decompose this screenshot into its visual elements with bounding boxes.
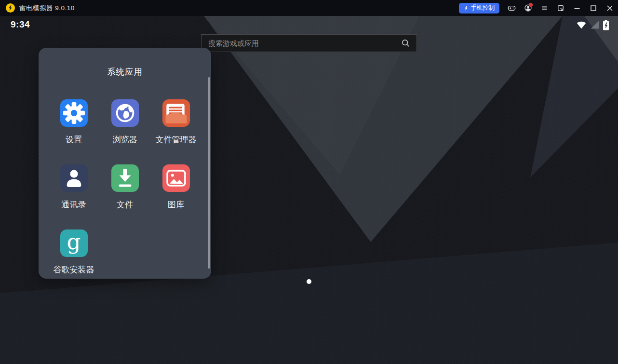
- status-icons: [576, 19, 609, 31]
- person-icon: [60, 164, 88, 192]
- app-label: 浏览器: [113, 134, 137, 145]
- app-label: 设置: [66, 134, 82, 145]
- search-icon[interactable]: [401, 39, 410, 48]
- app-item-gallery[interactable]: 图库: [150, 164, 202, 229]
- app-label: 图库: [168, 199, 184, 210]
- page-indicator-dot: [307, 279, 311, 284]
- notification-dot: [529, 3, 533, 7]
- gear-icon: [60, 99, 88, 127]
- android-screen: 9:34 系统应用: [0, 16, 618, 364]
- download-icon: [111, 164, 139, 192]
- ldplayer-logo-icon: [6, 3, 15, 13]
- app-label: 文件管理器: [156, 134, 197, 145]
- folder-scrollbar[interactable]: [208, 77, 210, 269]
- wifi-icon: [576, 19, 587, 31]
- menu-icon[interactable]: [536, 0, 552, 16]
- globe-icon: [111, 99, 139, 127]
- image-icon: [162, 164, 190, 192]
- maximize-button[interactable]: [585, 0, 602, 16]
- close-button[interactable]: [602, 0, 618, 16]
- system-apps-folder: 系统应用 设置 浏览器 文件管理器 通讯录 文件 图库g谷歌安装器: [39, 48, 211, 279]
- search-input[interactable]: [202, 39, 401, 47]
- window-title: 雷电模拟器 9.0.10: [19, 4, 75, 13]
- app-item-files[interactable]: 文件: [99, 164, 150, 229]
- minimize-button[interactable]: [569, 0, 585, 16]
- app-item-settings[interactable]: 设置: [48, 99, 99, 164]
- emulator-window: 雷电模拟器 9.0.10 手机控制: [0, 0, 618, 364]
- folder-title: 系统应用: [39, 66, 211, 78]
- phone-control-button[interactable]: 手机控制: [459, 3, 499, 13]
- app-label: 谷歌安装器: [54, 264, 94, 275]
- app-item-file-manager[interactable]: 文件管理器: [150, 99, 202, 164]
- app-item-google-installer[interactable]: g谷歌安装器: [48, 229, 99, 295]
- status-time: 9:34: [11, 19, 30, 30]
- app-label: 文件: [117, 199, 133, 210]
- g-letter-icon: g: [60, 229, 88, 257]
- search-bar: [201, 34, 417, 52]
- lightning-icon: [464, 5, 469, 11]
- app-item-contacts[interactable]: 通讯录: [48, 164, 99, 229]
- folder-apps-grid: 设置 浏览器 文件管理器 通讯录 文件 图库g谷歌安装器: [48, 99, 202, 295]
- battery-charging-icon: [603, 19, 609, 31]
- app-label: 通讯录: [62, 199, 86, 210]
- folder-document-icon: [162, 99, 190, 127]
- resize-window-icon[interactable]: [552, 0, 569, 16]
- titlebar: 雷电模拟器 9.0.10 手机控制: [0, 0, 618, 16]
- account-icon[interactable]: [520, 0, 536, 16]
- signal-icon: [589, 19, 601, 31]
- app-item-browser[interactable]: 浏览器: [99, 99, 150, 164]
- gamepad-icon[interactable]: [503, 0, 520, 16]
